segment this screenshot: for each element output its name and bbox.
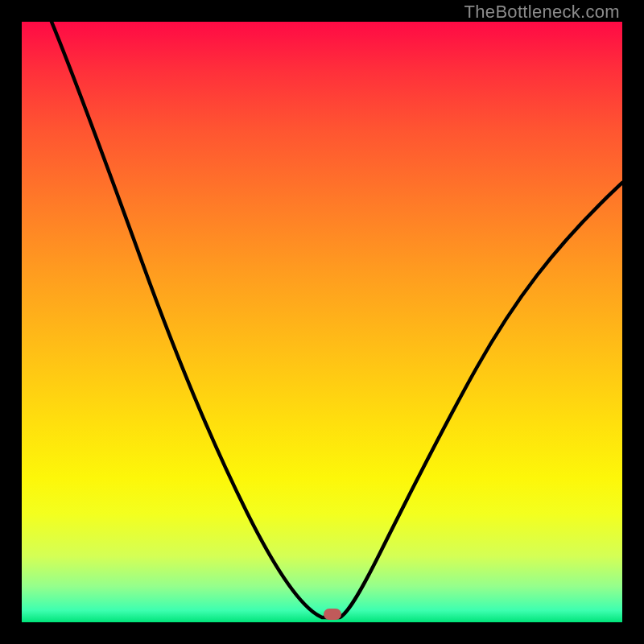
watermark-text: TheBottleneck.com — [464, 2, 620, 23]
optimal-point-marker — [324, 609, 341, 620]
curve-path — [52, 22, 622, 617]
chart-frame: TheBottleneck.com — [0, 0, 644, 644]
bottleneck-curve — [22, 22, 622, 622]
chart-plot-area — [22, 22, 622, 622]
